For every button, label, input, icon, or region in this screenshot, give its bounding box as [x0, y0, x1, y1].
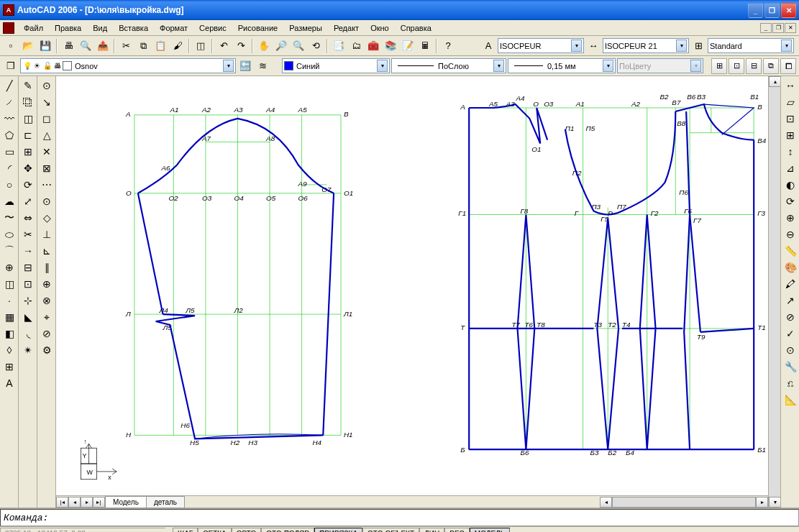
rtb-13[interactable]: 🖍: [782, 276, 798, 292]
table-icon[interactable]: ⊞: [1, 359, 17, 375]
layerprev-icon[interactable]: 🔙: [237, 58, 253, 74]
stretch-icon[interactable]: ⇔: [20, 210, 36, 226]
osnap-ins-icon[interactable]: ⊕: [39, 276, 55, 292]
rtb-19[interactable]: ⎌: [782, 375, 798, 391]
explode-icon[interactable]: ✴: [20, 342, 36, 358]
chevron-down-icon[interactable]: ▾: [377, 60, 388, 72]
osnap-node-icon[interactable]: ⊗: [39, 293, 55, 308]
toggle-lwt[interactable]: ВЕС: [444, 528, 470, 533]
toggle-grid[interactable]: СЕТКА: [198, 528, 232, 533]
mdi-close-button[interactable]: ✕: [785, 23, 796, 33]
menu-draw[interactable]: Рисование: [233, 22, 283, 34]
mdi-restore-button[interactable]: ❐: [772, 23, 784, 33]
join-icon[interactable]: ⊹: [20, 293, 36, 308]
break-icon[interactable]: ⊟: [20, 260, 36, 275]
erase-icon[interactable]: ✎: [20, 78, 36, 93]
rtb-7[interactable]: ◐: [782, 177, 798, 193]
save-icon[interactable]: 💾: [37, 38, 53, 54]
tp-btn-3[interactable]: ⊟: [746, 58, 762, 74]
linetype-combo[interactable]: ПоСлою ▾: [391, 58, 506, 73]
line-icon[interactable]: ╱: [1, 78, 17, 93]
toolpal-icon[interactable]: 🧰: [365, 38, 381, 54]
tab-first-button[interactable]: |◂: [56, 497, 68, 508]
mdi-minimize-button[interactable]: _: [760, 23, 772, 33]
rotate-icon[interactable]: ⟳: [20, 177, 36, 193]
tp-btn-2[interactable]: ⊡: [729, 58, 744, 74]
point-icon[interactable]: ·: [1, 293, 17, 308]
dimstyle-combo[interactable]: ISOCPEUR 21 ▾: [603, 38, 689, 53]
quickcalc-icon[interactable]: 🖩: [417, 38, 433, 54]
ellipse-icon[interactable]: ⬭: [1, 226, 17, 242]
polygon-icon[interactable]: ⬠: [1, 127, 17, 143]
toggle-snap[interactable]: ШАГ: [173, 528, 198, 533]
print-icon[interactable]: 🖶: [60, 38, 76, 54]
menu-window[interactable]: Окно: [365, 22, 394, 34]
revcloud-icon[interactable]: ☁: [1, 193, 17, 209]
rtb-12[interactable]: 🎨: [782, 260, 798, 275]
new-icon[interactable]: ▫: [3, 38, 19, 54]
command-line[interactable]: Команда:: [0, 509, 799, 526]
tablestyle-icon[interactable]: ⊞: [690, 38, 706, 54]
extend-icon[interactable]: →: [20, 243, 36, 259]
vscrollbar[interactable]: ▴ ▾: [768, 76, 780, 508]
dcenter-icon[interactable]: 🗂: [348, 38, 364, 54]
gradient-icon[interactable]: ◧: [1, 326, 17, 341]
rtb-17[interactable]: ⊙: [782, 342, 798, 358]
rtb-10[interactable]: ⊖: [782, 226, 798, 242]
chevron-down-icon[interactable]: ▾: [676, 40, 687, 52]
properties-icon[interactable]: 📑: [331, 38, 347, 54]
osnap-qua-icon[interactable]: ◇: [39, 210, 55, 226]
rtb-4[interactable]: ⊞: [782, 127, 798, 143]
sheetset-icon[interactable]: 📚: [383, 38, 398, 54]
vscroll-up-button[interactable]: ▴: [769, 76, 781, 87]
hatch-icon[interactable]: ▦: [1, 309, 17, 325]
tablestyle-combo[interactable]: Standard ▾: [708, 38, 794, 53]
menu-modify[interactable]: Редакт: [329, 22, 364, 34]
toggle-model[interactable]: МОДЕЛЬ: [470, 528, 510, 533]
menu-edit[interactable]: Правка: [50, 22, 86, 34]
menu-insert[interactable]: Вставка: [114, 22, 153, 34]
osnap-int-icon[interactable]: ✕: [39, 144, 55, 160]
zoomwin-icon[interactable]: 🔍: [291, 38, 306, 54]
preview-icon[interactable]: 🔍: [78, 38, 93, 54]
pan-icon[interactable]: ✋: [256, 38, 272, 54]
markup-icon[interactable]: 📝: [400, 38, 416, 54]
osnap-per-icon[interactable]: ⊾: [39, 243, 55, 259]
move-icon[interactable]: ✥: [20, 160, 36, 176]
menu-dimension[interactable]: Размеры: [284, 22, 327, 34]
zoomprev-icon[interactable]: ⟲: [308, 38, 324, 54]
tab-last-button[interactable]: ▸|: [93, 497, 105, 508]
layer-combo[interactable]: 💡 ☀ 🔓 🖶 Osnov ▾: [20, 58, 236, 73]
osnap-none-icon[interactable]: ⊘: [39, 326, 55, 341]
rtb-15[interactable]: ⊘: [782, 309, 798, 325]
menu-help[interactable]: Справка: [396, 22, 437, 34]
toggle-dyn[interactable]: ДИН: [419, 528, 444, 533]
osnap-near-icon[interactable]: ⌖: [39, 309, 55, 325]
fillet-icon[interactable]: ◟: [20, 326, 36, 341]
osnap-set-icon[interactable]: ⚙: [39, 342, 55, 358]
tab-detail[interactable]: деталь: [146, 496, 185, 508]
layerstate-icon[interactable]: ≋: [255, 58, 270, 74]
maximize-button[interactable]: ❐: [764, 3, 780, 18]
chevron-down-icon[interactable]: ▾: [493, 60, 504, 72]
tp-btn-1[interactable]: ⊞: [711, 58, 727, 74]
toggle-ortho[interactable]: ОРТО: [232, 528, 261, 533]
break2-icon[interactable]: ⊡: [20, 276, 36, 292]
minimize-button[interactable]: _: [748, 3, 763, 18]
rtb-9[interactable]: ⊕: [782, 210, 798, 226]
rtb-16[interactable]: ✓: [782, 326, 798, 341]
osnap-temp-icon[interactable]: ⊙: [39, 78, 55, 93]
ellipsearc-icon[interactable]: ⌒: [1, 243, 17, 259]
matchprop-icon[interactable]: 🖌: [170, 38, 186, 54]
makeblock-icon[interactable]: ◫: [1, 276, 17, 292]
scale-icon[interactable]: ⤢: [20, 193, 36, 209]
publish-icon[interactable]: 📤: [95, 38, 111, 54]
rtb-6[interactable]: ⊿: [782, 160, 798, 176]
chevron-down-icon[interactable]: ▾: [781, 40, 792, 52]
layerprops-icon[interactable]: ❒: [3, 58, 19, 74]
vscroll-down-button[interactable]: ▾: [769, 497, 781, 508]
toggle-otrack[interactable]: ОТС-ОБЪЕКТ: [362, 528, 419, 533]
help-icon[interactable]: ?: [440, 38, 456, 54]
zoomrt-icon[interactable]: 🔎: [273, 38, 289, 54]
hscroll-left-button[interactable]: ◂: [600, 497, 612, 508]
